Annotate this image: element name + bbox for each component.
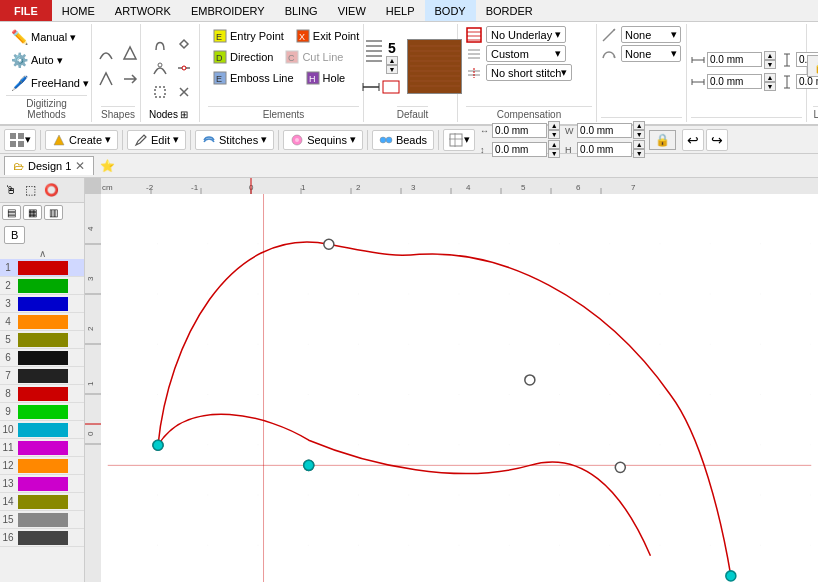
node-cyan-mid[interactable] bbox=[304, 460, 314, 470]
sidebar-arrow-up[interactable]: ∧ bbox=[0, 248, 84, 259]
menu-view[interactable]: VIEW bbox=[328, 0, 376, 21]
lasso-icon[interactable]: ⭕ bbox=[41, 180, 62, 200]
control-point-5[interactable] bbox=[615, 462, 625, 472]
color-item-8[interactable]: 8 bbox=[0, 385, 84, 403]
h-size-down[interactable]: ▼ bbox=[633, 149, 645, 158]
undo-btn[interactable]: ↩ bbox=[682, 129, 704, 151]
redo-btn[interactable]: ↪ bbox=[706, 129, 728, 151]
transform-btn[interactable]: ▾ bbox=[443, 129, 475, 151]
menu-help[interactable]: HELP bbox=[376, 0, 425, 21]
color-item-9[interactable]: 9 bbox=[0, 403, 84, 421]
color-item-3[interactable]: 3 bbox=[0, 295, 84, 313]
node-btn-1[interactable] bbox=[149, 33, 171, 55]
stitch-count-up[interactable]: ▲ bbox=[386, 56, 398, 65]
beads-btn[interactable]: Beads bbox=[372, 130, 434, 150]
stitch-count-down[interactable]: ▼ bbox=[386, 65, 398, 74]
freehand-btn[interactable]: 🖊️ FreeHand ▾ bbox=[6, 72, 94, 94]
design-view-3[interactable]: ▥ bbox=[44, 205, 63, 220]
emboss-line-btn[interactable]: E Emboss Line bbox=[208, 68, 299, 88]
x-pos-down[interactable]: ▼ bbox=[548, 130, 560, 139]
w-size-up[interactable]: ▲ bbox=[633, 121, 645, 130]
color-item-13[interactable]: 13 bbox=[0, 475, 84, 493]
comp-right-up[interactable]: ▲ bbox=[764, 73, 776, 82]
nodes-expand[interactable]: ⊞ bbox=[180, 109, 188, 120]
node-cyan-left[interactable] bbox=[153, 440, 163, 450]
color-item-11[interactable]: 11 bbox=[0, 439, 84, 457]
custom-dropdown[interactable]: Custom ▾ bbox=[486, 45, 566, 62]
menu-border[interactable]: BORDER bbox=[476, 0, 543, 21]
design-view-1[interactable]: ▤ bbox=[2, 205, 21, 220]
node-btn-6[interactable] bbox=[173, 81, 195, 103]
node-btn-4[interactable] bbox=[173, 57, 195, 79]
design-view-2[interactable]: ▦ bbox=[23, 205, 42, 220]
color-item-2[interactable]: 2 bbox=[0, 277, 84, 295]
menu-bling[interactable]: BLING bbox=[275, 0, 328, 21]
shape-btn-3[interactable] bbox=[95, 68, 117, 90]
menu-home[interactable]: HOME bbox=[52, 0, 105, 21]
y-pos-up[interactable]: ▲ bbox=[548, 140, 560, 149]
select-icon[interactable]: ⬚ bbox=[22, 180, 39, 200]
y-pos-input[interactable] bbox=[492, 142, 547, 157]
color-item-16[interactable]: 16 bbox=[0, 529, 84, 547]
entry-point-btn[interactable]: E Entry Point bbox=[208, 26, 289, 46]
node-btn-2[interactable] bbox=[173, 33, 195, 55]
color-item-12[interactable]: 12 bbox=[0, 457, 84, 475]
node-cyan-right[interactable] bbox=[726, 571, 736, 581]
color-item-6[interactable]: 6 bbox=[0, 349, 84, 367]
color-item-4[interactable]: 4 bbox=[0, 313, 84, 331]
canvas-content[interactable] bbox=[101, 194, 818, 582]
design1-tab[interactable]: 🗁 Design 1 ✕ bbox=[4, 156, 94, 175]
none-dropdown-2[interactable]: None ▾ bbox=[621, 45, 681, 62]
comp-right-down[interactable]: ▼ bbox=[764, 82, 776, 91]
sequins-btn[interactable]: Sequins ▾ bbox=[283, 130, 363, 150]
color-item-1[interactable]: 1 bbox=[0, 259, 84, 277]
h-size-input[interactable] bbox=[577, 142, 632, 157]
w-size-down[interactable]: ▼ bbox=[633, 130, 645, 139]
control-point-1[interactable] bbox=[324, 239, 334, 249]
color-item-14[interactable]: 14 bbox=[0, 493, 84, 511]
shape-btn-4[interactable] bbox=[119, 68, 141, 90]
edit-btn[interactable]: Edit ▾ bbox=[127, 130, 186, 150]
direction-btn[interactable]: D Direction bbox=[208, 47, 278, 67]
menu-body[interactable]: BODY bbox=[425, 0, 476, 21]
stitches-btn[interactable]: Stitches ▾ bbox=[195, 130, 274, 150]
comp-left-input[interactable] bbox=[707, 52, 762, 67]
cut-line-btn[interactable]: C Cut Line bbox=[280, 47, 348, 67]
menu-file[interactable]: FILE bbox=[0, 0, 52, 21]
color-item-10[interactable]: 10 bbox=[0, 421, 84, 439]
comp-left-up[interactable]: ▲ bbox=[764, 51, 776, 60]
menu-embroidery[interactable]: EMBROIDERY bbox=[181, 0, 275, 21]
no-short-stitch-dropdown[interactable]: No short stitch ▾ bbox=[486, 64, 572, 81]
toolbar2-grid-btn[interactable]: ▾ bbox=[4, 129, 36, 151]
shape-btn-2[interactable] bbox=[119, 42, 141, 64]
lock-btn[interactable]: 🔒 bbox=[807, 55, 818, 77]
create-btn[interactable]: Create ▾ bbox=[45, 130, 118, 150]
color-item-15[interactable]: 15 bbox=[0, 511, 84, 529]
exit-point-btn[interactable]: X Exit Point bbox=[291, 26, 364, 46]
area-fill-preview[interactable] bbox=[407, 39, 462, 94]
cursor-icon[interactable]: 🖱 bbox=[2, 180, 20, 200]
auto-btn[interactable]: ⚙️ Auto ▾ bbox=[6, 49, 68, 71]
none-dropdown-1[interactable]: None ▾ bbox=[621, 26, 681, 43]
control-point-2[interactable] bbox=[525, 375, 535, 385]
tab-close-btn[interactable]: ✕ bbox=[75, 159, 85, 173]
manual-btn[interactable]: ✏️ Manual ▾ bbox=[6, 26, 81, 48]
node-btn-5[interactable] bbox=[149, 81, 171, 103]
no-underlay-dropdown[interactable]: No Underlay ▾ bbox=[486, 26, 566, 43]
color-item-7[interactable]: 7 bbox=[0, 367, 84, 385]
node-btn-3[interactable] bbox=[149, 57, 171, 79]
color-item-5[interactable]: 5 bbox=[0, 331, 84, 349]
menu-artwork[interactable]: ARTWORK bbox=[105, 0, 181, 21]
w-size-input[interactable] bbox=[577, 123, 632, 138]
hole-btn[interactable]: H Hole bbox=[301, 68, 351, 88]
y-pos-down[interactable]: ▼ bbox=[548, 149, 560, 158]
comp-right-input[interactable] bbox=[707, 74, 762, 89]
new-tab-btn[interactable]: ⭐ bbox=[100, 159, 115, 173]
h-size-up[interactable]: ▲ bbox=[633, 140, 645, 149]
comp-left-down[interactable]: ▼ bbox=[764, 60, 776, 69]
x-pos-input[interactable] bbox=[492, 123, 547, 138]
bold-btn[interactable]: B bbox=[4, 226, 25, 244]
x-pos-up[interactable]: ▲ bbox=[548, 121, 560, 130]
aspect-lock-btn[interactable]: 🔒 bbox=[649, 130, 676, 150]
shape-btn-1[interactable] bbox=[95, 42, 117, 64]
